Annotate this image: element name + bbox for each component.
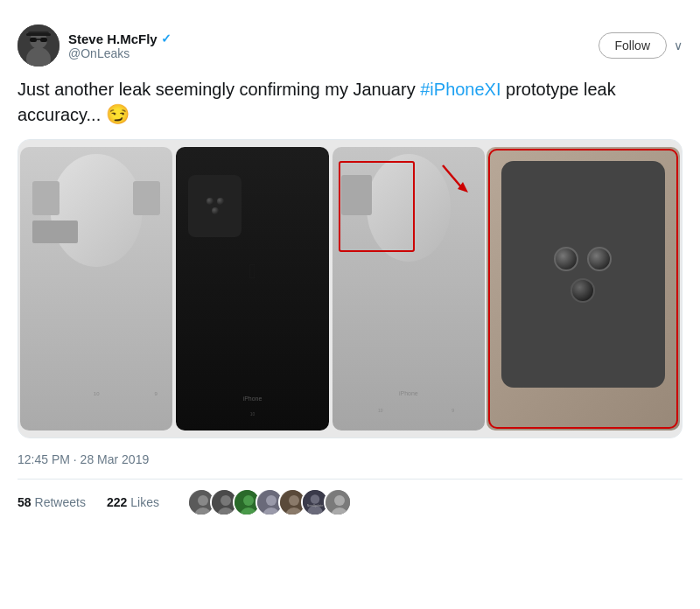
phone-1: 10 9 <box>20 147 172 430</box>
phones-row: 10 9  <box>18 140 682 438</box>
retweets-count: 58 <box>18 495 32 509</box>
avatar[interactable] <box>18 24 60 66</box>
avatar-image <box>18 24 60 66</box>
svg-line-8 <box>443 165 463 189</box>
tweet-header: Steve H.McFly ✓ @OnLeaks Follow ∨ <box>18 24 682 66</box>
svg-point-17 <box>243 495 254 506</box>
hashtag-iphonexi[interactable]: #iPhoneXI <box>420 80 500 99</box>
svg-point-30 <box>334 495 345 506</box>
tweet-timestamp: 12:45 PM · 28 Mar 2019 <box>18 449 682 466</box>
camera-lens-1 <box>554 247 578 271</box>
chevron-down-icon[interactable]: ∨ <box>674 38 682 52</box>
svg-rect-7 <box>26 33 51 36</box>
red-arrow-svg <box>438 161 469 196</box>
tweet-actions: Follow ∨ <box>598 32 682 59</box>
phone-4-zoomed <box>486 147 680 430</box>
tweet-image: 10 9  <box>18 140 682 438</box>
avatar-stack: NewUpdate <box>187 488 352 516</box>
svg-point-11 <box>198 495 208 506</box>
likes-label: Likes <box>130 495 159 509</box>
zoom-background <box>486 147 680 430</box>
likes-stat: 222 Likes <box>107 495 159 509</box>
camera-lens-3 <box>570 278 595 303</box>
verified-badge: ✓ <box>161 32 172 46</box>
svg-point-23 <box>289 495 299 506</box>
camera-cluster-large <box>501 161 666 388</box>
user-info: Steve H.McFly ✓ @OnLeaks <box>68 32 172 60</box>
tweet-header-left: Steve H.McFly ✓ @OnLeaks <box>18 24 172 66</box>
svg-rect-3 <box>30 38 37 42</box>
svg-text:NewUpdate: NewUpdate <box>307 504 323 508</box>
camera-lens-2 <box>587 247 612 271</box>
phone-label-iphone: iPhone <box>243 396 262 402</box>
follow-button[interactable]: Follow <box>598 32 667 59</box>
tweet-stats: 58 Retweets 222 Likes NewUpdate <box>18 479 682 525</box>
svg-point-20 <box>266 495 276 506</box>
display-name[interactable]: Steve H.McFly ✓ <box>68 32 172 46</box>
username[interactable]: @OnLeaks <box>68 46 172 60</box>
list-item[interactable] <box>324 488 352 516</box>
svg-point-26 <box>311 494 320 504</box>
phone-2:  iPhone 10 <box>176 147 328 430</box>
emoji: 😏 <box>106 103 130 125</box>
svg-rect-4 <box>40 38 47 42</box>
tweet-image-container[interactable]: 10 9  <box>18 139 682 438</box>
svg-point-14 <box>220 495 231 506</box>
tweet-container: Steve H.McFly ✓ @OnLeaks Follow ∨ Just a… <box>18 14 682 536</box>
retweets-label: Retweets <box>35 495 86 509</box>
tweet-text: Just another leak seemingly confirming m… <box>18 77 682 129</box>
retweets-stat: 58 Retweets <box>18 495 86 509</box>
likes-count: 222 <box>107 495 127 509</box>
